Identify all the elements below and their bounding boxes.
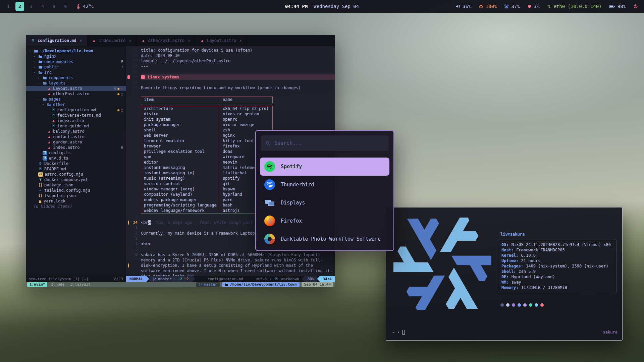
- tab-index.astro[interactable]: ▲index.astro×: [87, 35, 137, 46]
- line-number: 1: [131, 225, 141, 231]
- tree-item-src[interactable]: ▾src: [26, 70, 126, 75]
- tab-label: configuration.md: [38, 38, 76, 43]
- sign-column: [126, 85, 131, 90]
- tab-otherPost.astro[interactable]: ▲otherPost.astro×: [137, 35, 196, 46]
- workspace-3[interactable]: 3: [27, 2, 36, 11]
- launcher-item-label: Darktable Photo Workflow Software: [281, 236, 381, 242]
- search-input[interactable]: [274, 140, 384, 146]
- line-number: 2: [131, 231, 141, 236]
- launcher-item-Spotify[interactable]: Spotify: [260, 158, 389, 176]
- battery-module[interactable]: 98%: [609, 4, 626, 9]
- gear-module[interactable]: 100%: [479, 4, 497, 9]
- network-module[interactable]: eth0 (10.0.0.140): [547, 4, 601, 9]
- tree-item-astro.config.mjs[interactable]: JSastro.config.mjs: [26, 172, 126, 177]
- tree-item-index.astro[interactable]: ▲index.astroH: [26, 145, 126, 150]
- close-icon[interactable]: ×: [188, 38, 190, 43]
- tree-item-garden.astro[interactable]: ▲garden.astro: [26, 139, 126, 145]
- fetch-label: Kernel:: [501, 253, 519, 258]
- launcher-item-Darktable Photo Workflow Software[interactable]: Darktable Photo Workflow Software: [260, 230, 389, 248]
- workspace-2[interactable]: 2: [15, 2, 24, 11]
- cpu-module[interactable]: 37%: [504, 4, 520, 9]
- workspace-4[interactable]: 4: [38, 2, 47, 11]
- tmux-datetime: Sep 04 16:44: [302, 282, 333, 287]
- tree-item-config.ts[interactable]: TSconfig.ts: [26, 150, 126, 156]
- temperature-module[interactable]: 42°C: [76, 4, 94, 9]
- tree-item-components[interactable]: ▸components: [26, 75, 126, 80]
- tmux-window-2:node[interactable]: 2:node: [49, 282, 67, 287]
- launcher-search[interactable]: [261, 135, 389, 151]
- fetch-row: Host:Framework FRANMDCP05: [501, 247, 613, 253]
- tmux-window-1:nvim*[interactable]: 1:nvim*: [27, 282, 47, 287]
- volume-value: 36%: [463, 4, 471, 9]
- tree-item-otherPost.astro[interactable]: ▲otherPost.astro●□: [26, 91, 126, 97]
- tree-item-node_modules[interactable]: ▸node_modulesE: [26, 59, 126, 64]
- tmux-git-branch: master: [204, 282, 217, 287]
- statusline: NORMAL master › +2 ~2 configuration.md u…: [126, 276, 335, 282]
- tree-item-label: src: [44, 70, 52, 75]
- sign-column: [126, 247, 131, 252]
- tree-item-contact.astro[interactable]: ▲contact.astro: [26, 134, 126, 139]
- git-blame-text: You, 5 days ago - feat: write rough post…: [156, 220, 260, 225]
- close-icon[interactable]: ×: [129, 38, 131, 43]
- battery-icon: [609, 4, 615, 8]
- neo-tree-status-left: neo-tree filesystem [1] [-]: [29, 277, 89, 281]
- thermometer-icon: [76, 4, 80, 9]
- shell-prompt[interactable]: ~ ›: [392, 329, 405, 335]
- launcher-item-Thunderbird[interactable]: Thunderbird: [260, 176, 389, 194]
- tree-item-other[interactable]: ▾other: [26, 102, 126, 107]
- tree-item-docker-compose.yml[interactable]: Ydocker-compose.yml: [26, 177, 126, 182]
- tree-item-tone-guide.md[interactable]: Mtone-guide.md: [26, 123, 126, 129]
- tree-item-configuration.md[interactable]: Mconfiguration.md●□: [26, 107, 126, 113]
- tree-root[interactable]: ▾~/Development/liv.town: [26, 48, 126, 54]
- tree-item-(6 hidden items)[interactable]: (6 hidden items): [26, 204, 126, 209]
- tree-item-tsconfig.json[interactable]: {}tsconfig.json: [26, 193, 126, 198]
- fetch-label: WM:: [501, 280, 509, 285]
- table-cell: browser: [141, 144, 220, 149]
- volume-module[interactable]: 36%: [455, 4, 471, 9]
- tree-item-balcony.astro[interactable]: ▲balcony.astro: [26, 129, 126, 134]
- terminal-cursor: [402, 330, 405, 335]
- workspace-9[interactable]: 9: [61, 2, 70, 11]
- astro-icon: ▲: [51, 119, 56, 123]
- close-icon[interactable]: ×: [239, 38, 242, 43]
- app-launcher: SpotifyThunderbirdDisplaysFirefoxDarktab…: [255, 130, 394, 251]
- tree-item-Dockerfile[interactable]: DDockerfile: [26, 161, 126, 166]
- tree-item-public[interactable]: ▸public?: [26, 64, 126, 70]
- fetch-info-box: OS:NixOS 24.11.20240828.71e91c4 (Vicuna)…: [498, 239, 617, 293]
- tree-item-tailwind.config.mjs[interactable]: ≈tailwind.config.mjs: [26, 188, 126, 193]
- tree-item-layouts[interactable]: ▾layouts: [26, 80, 126, 86]
- table-cell: distro: [141, 112, 220, 117]
- statusline-right: utf-8 ‹ M markdown: [256, 277, 302, 281]
- tree-item-fediverse-terms.md[interactable]: Mfediverse-terms.md: [26, 113, 126, 118]
- tree-item-yarn.lock[interactable]: yarn.lock: [26, 198, 126, 204]
- tree-item-label: astro.config.mjs: [45, 172, 84, 177]
- tree-item-Layout.astro[interactable]: ▲Layout.astroH●□: [26, 86, 126, 91]
- tree-item-pages[interactable]: ▾pages: [26, 97, 126, 102]
- tab-Layout.astro[interactable]: ▲Layout.astro×: [195, 35, 247, 46]
- tree-item-README.md[interactable]: MREADME.md: [26, 166, 126, 172]
- heart-module[interactable]: 3%: [527, 4, 540, 9]
- workspace-1[interactable]: 1: [4, 2, 13, 11]
- tab-label: index.astro: [99, 38, 125, 43]
- line-text: ---: [141, 64, 335, 69]
- astro-icon: ▲: [47, 145, 51, 150]
- tree-item-nginx[interactable]: ▸nginx: [26, 54, 126, 59]
- git-branch-name: master: [158, 277, 172, 281]
- volume-icon: [455, 4, 460, 9]
- tab-configuration.md[interactable]: Mconfiguration.md×: [26, 35, 87, 46]
- launcher-item-Displays[interactable]: Displays: [260, 194, 389, 212]
- tree-item-env.d.ts[interactable]: TSenv.d.ts: [26, 156, 126, 161]
- launcher-item-Firefox[interactable]: Firefox: [260, 212, 389, 230]
- editor-line: 25: [126, 80, 335, 85]
- sign-column: [126, 215, 131, 220]
- tree-item-badge: H●□: [114, 87, 123, 90]
- table-cell: version control: [141, 181, 220, 187]
- workspace-8[interactable]: 8: [50, 2, 58, 11]
- mode-indicator: NORMAL: [126, 276, 146, 282]
- power-module[interactable]: [633, 4, 638, 9]
- tree-item-index.astro[interactable]: ▲index.astro: [26, 118, 126, 123]
- tree-item-package.json[interactable]: {}package.json: [26, 182, 126, 188]
- folder-icon: [225, 283, 228, 287]
- close-icon[interactable]: ×: [80, 38, 82, 43]
- tmux-window-3:lazygit[interactable]: 3:lazygit: [68, 282, 93, 287]
